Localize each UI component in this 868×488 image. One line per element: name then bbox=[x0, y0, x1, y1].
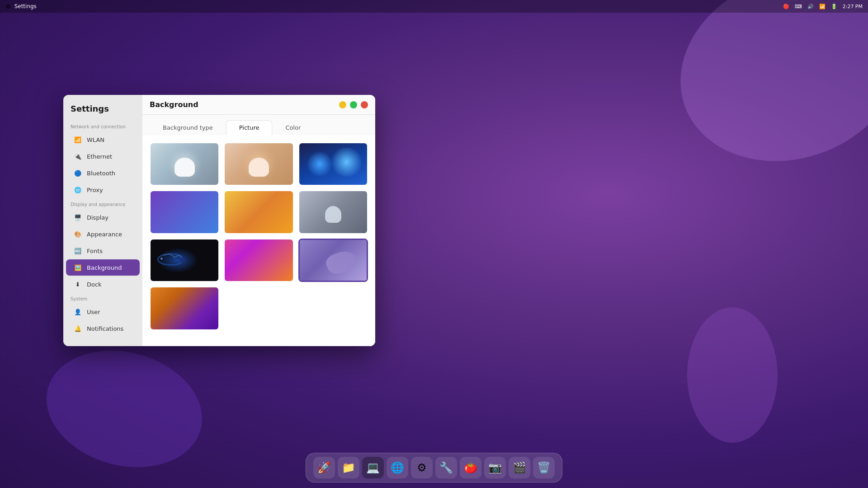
sidebar-item-display[interactable]: 🖥️ Display bbox=[66, 209, 140, 225]
maximize-button[interactable]: □ bbox=[350, 101, 357, 108]
sidebar-item-bluetooth[interactable]: 🔵 Bluetooth bbox=[66, 165, 140, 181]
tab-picture[interactable]: Picture bbox=[226, 120, 273, 135]
fonts-label: Fonts bbox=[87, 248, 103, 254]
window-controls: − □ × bbox=[339, 101, 368, 108]
taskbar: 🚀 📁 💻 🌐 ⚙️ 🔧 🍅 📷 🎬 🗑️ bbox=[306, 453, 562, 483]
wallpaper-item-1[interactable] bbox=[150, 142, 219, 186]
wlan-label: WLAN bbox=[87, 136, 104, 143]
wallpaper-item-3[interactable] bbox=[298, 142, 368, 186]
taskbar-trash[interactable]: 🗑️ bbox=[533, 457, 555, 479]
display-icon: 🖥️ bbox=[73, 213, 82, 222]
tab-bar: Background type Picture Color bbox=[142, 115, 375, 135]
sidebar-item-ethernet[interactable]: 🔌 Ethernet bbox=[66, 148, 140, 164]
bluetooth-label: Bluetooth bbox=[87, 170, 115, 177]
taskbar-media[interactable]: 🎬 bbox=[509, 457, 530, 479]
taskbar-tomato[interactable]: 🍅 bbox=[460, 457, 481, 479]
sidebar-title: Settings bbox=[63, 104, 142, 121]
wifi-icon: 📶 bbox=[819, 4, 826, 9]
sidebar-item-user[interactable]: 👤 User bbox=[66, 304, 140, 320]
wallpaper-item-5[interactable] bbox=[224, 190, 293, 234]
user-icon: 👤 bbox=[73, 307, 82, 316]
topbar-title: Settings bbox=[14, 3, 37, 9]
clock: 2:27 PM bbox=[843, 4, 863, 9]
taskbar-plugins[interactable]: 🔧 bbox=[435, 457, 457, 479]
display-label: Display bbox=[87, 214, 108, 221]
wallpaper-grid bbox=[150, 142, 368, 330]
fonts-icon: 🔤 bbox=[73, 246, 82, 255]
ethernet-label: Ethernet bbox=[87, 153, 112, 160]
appearance-label: Appearance bbox=[87, 231, 122, 238]
wallpaper-item-9[interactable] bbox=[298, 239, 368, 282]
speaker-icon: 🔊 bbox=[807, 4, 814, 9]
proxy-label: Proxy bbox=[87, 187, 103, 193]
notifications-icon: 🔔 bbox=[73, 324, 82, 333]
main-content: Background − □ × Background type Picture… bbox=[142, 95, 375, 346]
wallpaper-item-8[interactable] bbox=[224, 239, 293, 282]
appearance-icon: 🎨 bbox=[73, 230, 82, 239]
sidebar-item-appearance[interactable]: 🎨 Appearance bbox=[66, 226, 140, 242]
wallpaper-item-4[interactable] bbox=[150, 190, 219, 234]
settings-sidebar: Settings Network and connection 📶 WLAN 🔌… bbox=[63, 95, 142, 346]
wallpaper-content bbox=[142, 135, 375, 346]
dock-icon: ⬇️ bbox=[73, 280, 82, 289]
user-label: User bbox=[87, 309, 100, 315]
wallpaper-item-2[interactable] bbox=[224, 142, 293, 186]
sidebar-item-wlan[interactable]: 📶 WLAN bbox=[66, 131, 140, 148]
taskbar-terminal[interactable]: 💻 bbox=[362, 457, 384, 479]
sidebar-item-notifications[interactable]: 🔔 Notifications bbox=[66, 320, 140, 337]
section-display-label: Display and appearance bbox=[63, 198, 142, 209]
section-system-label: System bbox=[63, 293, 142, 303]
close-button[interactable]: × bbox=[361, 101, 368, 108]
wallpaper-item-7[interactable] bbox=[150, 239, 219, 282]
taskbar-files[interactable]: 📁 bbox=[338, 457, 359, 479]
taskbar-screenshot[interactable]: 📷 bbox=[484, 457, 506, 479]
ethernet-icon: 🔌 bbox=[73, 152, 82, 161]
sidebar-item-fonts[interactable]: 🔤 Fonts bbox=[66, 243, 140, 259]
tab-background-type[interactable]: Background type bbox=[150, 120, 226, 135]
dock-label: Dock bbox=[87, 281, 102, 288]
taskbar-settings[interactable]: ⚙️ bbox=[411, 457, 433, 479]
wallpaper-item-6[interactable] bbox=[298, 190, 368, 234]
keyboard-icon: ⌨️ bbox=[795, 4, 802, 9]
notifications-label: Notifications bbox=[87, 325, 123, 332]
bluetooth-icon: 🔵 bbox=[73, 169, 82, 178]
battery-icon: 🔋 bbox=[831, 4, 837, 9]
sidebar-item-background[interactable]: 🖼️ Background bbox=[66, 259, 140, 276]
background-label: Background bbox=[87, 264, 122, 271]
wlan-icon: 📶 bbox=[73, 135, 82, 144]
proxy-icon: 🌐 bbox=[73, 185, 82, 194]
tab-color[interactable]: Color bbox=[272, 120, 314, 135]
taskbar-browser[interactable]: 🌐 bbox=[387, 457, 408, 479]
window-title: Background bbox=[150, 100, 339, 109]
window-titlebar: Background − □ × bbox=[142, 95, 375, 115]
svg-point-1 bbox=[160, 258, 163, 260]
sidebar-item-dock[interactable]: ⬇️ Dock bbox=[66, 276, 140, 292]
record-icon: 🔴 bbox=[783, 4, 789, 9]
taskbar-launchpad[interactable]: 🚀 bbox=[313, 457, 335, 479]
section-network-label: Network and connection bbox=[63, 121, 142, 131]
sidebar-item-proxy[interactable]: 🌐 Proxy bbox=[66, 182, 140, 198]
settings-icon: ⚙️ bbox=[5, 3, 11, 10]
minimize-button[interactable]: − bbox=[339, 101, 346, 108]
wallpaper-item-10[interactable] bbox=[150, 286, 219, 330]
topbar: ⚙️ Settings 🔴 ⌨️ 🔊 📶 🔋 2:27 PM bbox=[0, 0, 868, 13]
settings-window: Settings Network and connection 📶 WLAN 🔌… bbox=[63, 95, 375, 346]
topbar-right: 🔴 ⌨️ 🔊 📶 🔋 2:27 PM bbox=[783, 4, 863, 9]
background-icon: 🖼️ bbox=[73, 263, 82, 272]
